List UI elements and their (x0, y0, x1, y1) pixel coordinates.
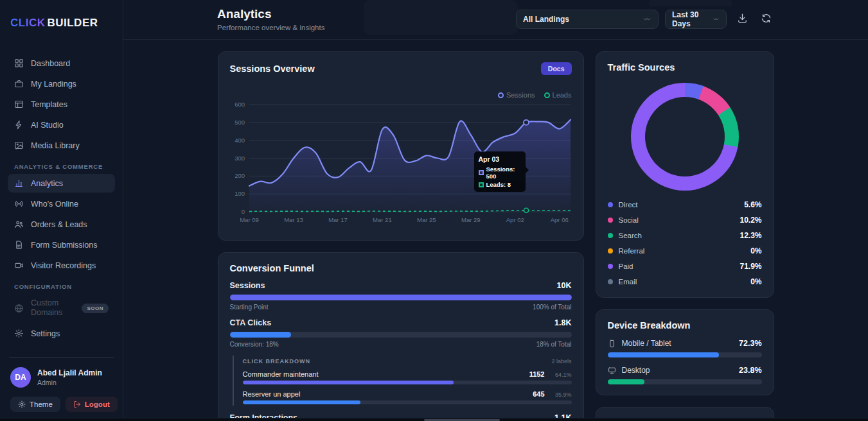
legend-row-paid: Paid 71.9% (608, 259, 762, 274)
app-window: CLICKBUILDER Dashboard My Landings Templ… (0, 0, 868, 421)
device-value: 23.8% (739, 366, 761, 375)
breakdown-percent: 35.9% (545, 391, 572, 398)
sidebar-item-analytics[interactable]: Analytics (8, 174, 115, 193)
chevron-down-icon (642, 15, 651, 24)
bar-chart-icon (14, 178, 24, 188)
step-label: Sessions (230, 281, 265, 290)
tooltip-sessions-value: Sessions: 500 (486, 166, 521, 180)
svg-text:100: 100 (235, 190, 245, 197)
sidebar-item-label: AI Studio (31, 121, 64, 130)
step-value: 10K (557, 281, 572, 290)
svg-text:Apr 06: Apr 06 (550, 216, 568, 223)
sessions-overview-title: Sessions Overview (230, 64, 315, 74)
refresh-icon (761, 13, 772, 24)
user-profile: DA Abed Ljalil Admin Admin (8, 367, 115, 388)
breakdown-item: Reserver un appel 645 35.9% (243, 390, 572, 404)
landing-filter-value: All Landings (523, 15, 569, 24)
legend-dot (608, 218, 613, 223)
step-value: 1.8K (554, 318, 571, 327)
tooltip-date: Apr 03 (479, 155, 521, 163)
breakdown-percent: 64.1% (545, 372, 572, 378)
sidebar-section-configuration: CONFIGURATION (14, 283, 115, 290)
docs-button[interactable]: Docs (541, 62, 572, 75)
click-breakdown-count: 2 labels (551, 358, 571, 365)
sidebar-item-label: My Landings (31, 80, 76, 89)
device-label: Desktop (622, 366, 734, 375)
progress-track (230, 332, 572, 338)
svg-text:Mar 09: Mar 09 (240, 216, 259, 223)
download-button[interactable] (734, 10, 750, 28)
logout-button-label: Logout (85, 400, 110, 408)
sidebar-item-label: Media Library (31, 141, 80, 150)
breakdown-label: Reserver un appel (243, 390, 533, 398)
device-row-mobile: Mobile / Tablet 72.3% (608, 339, 762, 357)
svg-text:600: 600 (235, 101, 245, 108)
theme-button[interactable]: Theme (10, 397, 60, 412)
svg-text:Mar 13: Mar 13 (284, 216, 303, 223)
legend-value: 5.6% (744, 200, 761, 209)
sidebar-item-label: Dashboard (31, 59, 70, 68)
logo-click: CLICK (10, 17, 45, 29)
traffic-sources-legend: Direct 5.6% Social 10.2% Search 12.3% (608, 197, 762, 289)
legend-item-leads[interactable]: Leads (544, 90, 572, 99)
legend-row-search: Search 12.3% (608, 228, 762, 243)
sidebar-item-media-library[interactable]: Media Library (8, 136, 115, 155)
legend-label: Social (619, 216, 740, 224)
logout-button[interactable]: Logout (66, 397, 118, 412)
chart-tooltip: Apr 03 Sessions: 500 Leads: 8 (474, 151, 526, 192)
broadcast-icon (14, 199, 24, 209)
traffic-sources-donut-chart[interactable] (631, 83, 739, 191)
date-range-value: Last 30 Days (672, 10, 712, 28)
sidebar-item-templates[interactable]: Templates (8, 95, 115, 114)
sidebar-item-settings[interactable]: Settings (8, 324, 115, 343)
sidebar-section-analytics-commerce: ANALYTICS & COMMERCE (14, 163, 115, 170)
sidebar-item-visitor-recordings[interactable]: Visitor Recordings (8, 256, 115, 275)
sessions-legend-swatch (498, 92, 504, 98)
page-header: Analytics Performance overview & insight… (123, 0, 868, 40)
breakdown-label: Commander maintenant (243, 370, 529, 378)
sidebar-item-orders-leads[interactable]: Orders & Leads (8, 215, 115, 234)
progress-fill (243, 400, 361, 404)
legend-row-social: Social 10.2% (608, 212, 762, 228)
svg-text:Mar 21: Mar 21 (373, 216, 392, 223)
sidebar-item-my-landings[interactable]: My Landings (8, 74, 115, 93)
browser-bottom-bar (0, 418, 868, 421)
grid-icon (14, 58, 24, 68)
sidebar-item-form-submissions[interactable]: Form Submissions (8, 236, 115, 254)
landing-filter-select[interactable]: All Landings (516, 10, 659, 29)
progress-track (243, 381, 572, 384)
users-icon (14, 219, 24, 229)
sidebar-item-whos-online[interactable]: Who's Online (8, 194, 115, 213)
video-icon (14, 261, 24, 270)
file-text-icon (14, 240, 24, 250)
legend-label: Sessions (506, 91, 535, 99)
click-breakdown-section: CLICK BREAKDOWN 2 labels Commander maint… (233, 356, 572, 406)
breakdown-value: 1152 (529, 370, 545, 378)
device-row-desktop: Desktop 23.8% (608, 366, 762, 384)
mobile-icon (608, 339, 616, 348)
breakdown-value: 645 (533, 390, 544, 398)
svg-text:200: 200 (235, 172, 245, 179)
refresh-button[interactable] (758, 10, 774, 28)
sidebar-item-dashboard[interactable]: Dashboard (8, 54, 115, 73)
legend-row-referral: Referral 0% (608, 243, 762, 259)
legend-label: Email (619, 278, 751, 286)
legend-item-sessions[interactable]: Sessions (498, 90, 535, 99)
logout-icon (73, 400, 81, 408)
sun-icon (18, 400, 26, 408)
app-logo[interactable]: CLICKBUILDER (8, 17, 115, 30)
date-range-select[interactable]: Last 30 Days (665, 10, 727, 29)
traffic-sources-card: Traffic Sources Direct 5.6% (596, 51, 774, 298)
sidebar-item-custom-domains[interactable]: Custom Domains SOON (8, 294, 115, 322)
sidebar-item-label: Settings (31, 329, 60, 338)
legend-label: Referral (619, 247, 751, 255)
svg-text:500: 500 (235, 119, 245, 126)
step-note-right: 18% of Total (536, 341, 572, 348)
tooltip-sessions-swatch (479, 170, 484, 175)
legend-label: Leads (553, 91, 572, 99)
device-breakdown-card: Device Breakdown Mobile / Tablet 72.3% D… (596, 309, 774, 395)
sidebar-item-ai-studio[interactable]: AI Studio (8, 116, 115, 134)
traffic-sources-title: Traffic Sources (608, 62, 762, 73)
click-breakdown-title: CLICK BREAKDOWN (243, 358, 311, 365)
download-icon (737, 13, 748, 24)
